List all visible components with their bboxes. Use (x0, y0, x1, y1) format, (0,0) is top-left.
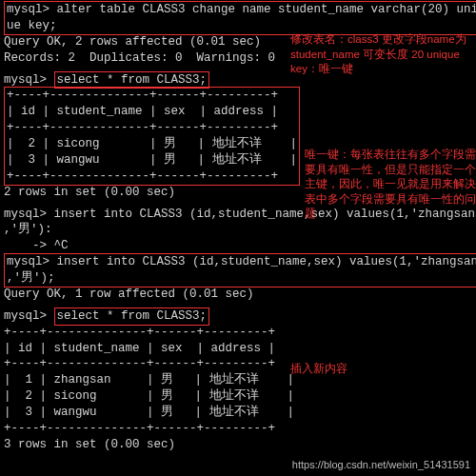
table-header: | id | student_name | sex | address | (4, 341, 472, 357)
mysql-prompt: mysql> (4, 73, 54, 87)
terminal-line: mysql> alter table CLASS3 change name st… (7, 2, 476, 18)
highlight-select-cmd-2: select * from CLASS3; (54, 307, 210, 326)
table-separator: +----+--------------+------+---------+ (7, 120, 297, 136)
mysql-prompt: mysql> (4, 309, 54, 323)
highlight-insert-cmd: mysql> insert into CLASS3 (id,student_na… (4, 253, 476, 288)
table-header: | id | student_name | sex | address | (7, 104, 297, 120)
table-separator: +----+--------------+------+---------+ (7, 169, 297, 185)
highlight-result-table: +----+--------------+------+---------+ |… (4, 87, 300, 185)
watermark: https://blog.csdn.net/weixin_51431591 (292, 458, 470, 472)
highlight-alter-cmd: mysql> alter table CLASS3 change name st… (4, 1, 476, 35)
terminal-line: Query OK, 1 row affected (0.01 sec) (4, 287, 472, 303)
terminal-line: mysql> select * from CLASS3; (4, 308, 472, 325)
terminal-line: 3 rows in set (0.00 sec) (4, 437, 472, 453)
table-separator: +----+--------------+------+---------+ (7, 88, 297, 104)
annotation-unique-key: 唯一键：每张表往往有多个字段需要具有唯一性，但是只能指定一个主键，因此，唯一见就… (305, 148, 476, 222)
terminal-line: -> ^C (4, 238, 472, 254)
mysql-prompt: mysql> (7, 255, 57, 268)
table-row: | 3 | wangwu | 男 | 地址不详 | (4, 405, 472, 421)
table-row: | 2 | sicong | 男 | 地址不详 | (7, 136, 297, 152)
table-separator: +----+--------------+------+---------+ (4, 421, 472, 437)
terminal-line: ,'男'); (7, 270, 476, 287)
annotation-alter: 修改表名：class3 更改字段name为 student_name 可变长度 … (290, 32, 471, 77)
table-separator: +----+--------------+------+---------+ (4, 325, 472, 341)
terminal-line: mysql> insert into CLASS3 (id,student_na… (7, 254, 476, 270)
table-row: | 2 | sicong | 男 | 地址不详 | (4, 388, 472, 405)
terminal-line: ,'男'): (4, 222, 472, 238)
table-row: | 3 | wangwu | 男 | 地址不详 | (7, 152, 297, 169)
annotation-insert: 插入新内容 (290, 362, 405, 377)
